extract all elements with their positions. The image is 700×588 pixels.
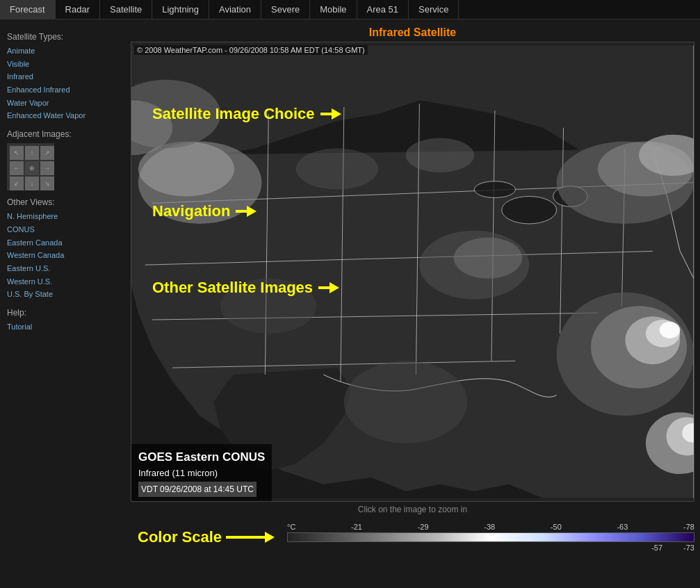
annotation-navigation-text: Navigation — [152, 202, 230, 220]
nav-nw[interactable]: ↖ — [10, 146, 24, 160]
sidebar-infrared[interactable]: Infrared — [7, 70, 125, 83]
svg-point-25 — [454, 238, 523, 279]
cs-val-2: -29 — [418, 523, 429, 531]
sidebar: Satellite Types: Animate Visible Infrare… — [0, 19, 125, 557]
satellite-copyright: © 2008 WeatherTAP.com - 09/26/2008 10:58… — [134, 45, 368, 55]
nav-sw[interactable]: ↙ — [10, 177, 24, 190]
sidebar-western-canada[interactable]: Western Canada — [7, 249, 125, 262]
nav-aviation[interactable]: Aviation — [209, 0, 261, 19]
sidebar-n-hemisphere[interactable]: N. Hemisphere — [7, 210, 125, 223]
annotation-color-scale-text: Color Scale — [138, 528, 222, 546]
svg-point-29 — [344, 361, 468, 443]
svg-point-23 — [660, 322, 681, 338]
satellite-image-container[interactable]: © 2008 WeatherTAP.com - 09/26/2008 10:58… — [131, 42, 694, 502]
cs-val-3: -38 — [484, 523, 495, 531]
vdt-bar: VDT 09/26/2008 at 14:45 UTC — [138, 482, 257, 497]
svg-point-14 — [502, 196, 557, 223]
color-scale-labels-top: °C -21 -29 -38 -50 -63 -78 — [287, 523, 694, 532]
color-scale-bar — [287, 532, 694, 542]
annotation-other-satellite-text: Other Satellite Images — [152, 279, 313, 297]
top-navigation: Forecast Radar Satellite Lightning Aviat… — [0, 0, 700, 19]
sidebar-tutorial[interactable]: Tutorial — [7, 320, 125, 334]
nav-satellite[interactable]: Satellite — [100, 0, 152, 19]
main-layout: Satellite Types: Animate Visible Infrare… — [0, 19, 700, 557]
nav-forecast[interactable]: Forecast — [0, 0, 56, 19]
sidebar-animate[interactable]: Animate — [7, 44, 125, 58]
nav-w[interactable]: ← — [10, 161, 24, 175]
cs-val-4: -50 — [551, 523, 562, 531]
nav-service[interactable]: Service — [409, 0, 459, 19]
click-hint: Click on the image to zoom in — [131, 505, 694, 514]
content-area: Infrared Satellite © 2008 WeatherTAP.com… — [125, 19, 700, 557]
nav-se[interactable]: ↘ — [40, 177, 54, 190]
cs-val-6: -78 — [683, 523, 694, 531]
sidebar-eastern-us[interactable]: Eastern U.S. — [7, 262, 125, 275]
color-scale-section: Color Scale °C -21 -29 -38 -50 -63 -78 — [131, 517, 694, 555]
nav-center: ⊕ — [25, 161, 39, 175]
sidebar-enhanced-infrared[interactable]: Enhanced Infrared — [7, 83, 125, 97]
other-views-label: Other Views: — [7, 197, 125, 207]
satellite-types-label: Satellite Types: — [7, 32, 125, 42]
sidebar-water-vapor[interactable]: Water Vapor — [7, 97, 125, 110]
nav-radar[interactable]: Radar — [56, 0, 100, 19]
color-scale-labels-bottom: -57 -73 — [287, 542, 694, 552]
sidebar-visible[interactable]: Visible — [7, 58, 125, 71]
adjacent-images-label: Adjacent Images: — [7, 129, 125, 139]
nav-s[interactable]: ↓ — [25, 177, 39, 190]
satellite-section: © 2008 WeatherTAP.com - 09/26/2008 10:58… — [131, 42, 694, 555]
svg-point-35 — [296, 148, 378, 189]
annotation-image-choice: Satellite Image Choice — [152, 105, 334, 123]
page-title: Infrared Satellite — [131, 22, 694, 42]
annotation-image-choice-text: Satellite Image Choice — [152, 105, 315, 123]
color-scale-bar-wrapper: °C -21 -29 -38 -50 -63 -78 -57 -73 — [273, 523, 694, 552]
svg-point-16 — [474, 181, 515, 198]
sidebar-eastern-canada[interactable]: Eastern Canada — [7, 236, 125, 250]
annotation-other-satellite: Other Satellite Images — [152, 279, 332, 297]
cs-unit: °C — [287, 523, 295, 531]
nav-lightning[interactable]: Lightning — [152, 0, 209, 19]
color-scale-arrow — [226, 536, 268, 539]
navigation-icon-grid[interactable]: ↖ ↑ ↗ ← ⊕ → ↙ ↓ ↘ — [7, 143, 125, 190]
sidebar-enhanced-water-vapor[interactable]: Enhanced Water Vapor — [7, 109, 125, 122]
satellite-canvas[interactable]: Satellite Image Choice Navigation — [131, 42, 694, 501]
sidebar-us-by-state[interactable]: U.S. By State — [7, 288, 125, 301]
satellite-info-overlay: GOES Eastern CONUS Infrared (11 micron) … — [131, 444, 272, 501]
nav-e[interactable]: → — [40, 161, 54, 175]
nav-severe[interactable]: Severe — [261, 0, 310, 19]
goes-title: GOES Eastern CONUS — [138, 448, 265, 466]
help-label: Help: — [7, 308, 125, 318]
nav-mobile[interactable]: Mobile — [310, 0, 357, 19]
infrared-label: Infrared (11 micron) — [138, 466, 265, 480]
annotation-color-scale: Color Scale — [138, 528, 273, 546]
cs-bot-val-1: -57 — [651, 544, 662, 552]
annotation-navigation: Navigation — [152, 202, 250, 220]
cs-val-1: -21 — [351, 523, 362, 531]
cs-val-5: -63 — [617, 523, 628, 531]
nav-area51[interactable]: Area 51 — [357, 0, 409, 19]
sidebar-western-us[interactable]: Western U.S. — [7, 275, 125, 288]
nav-ne[interactable]: ↗ — [40, 146, 54, 160]
sidebar-conus[interactable]: CONUS — [7, 223, 125, 236]
nav-n[interactable]: ↑ — [25, 146, 39, 160]
cs-bot-val-2: -73 — [683, 544, 694, 552]
svg-point-36 — [406, 138, 475, 172]
